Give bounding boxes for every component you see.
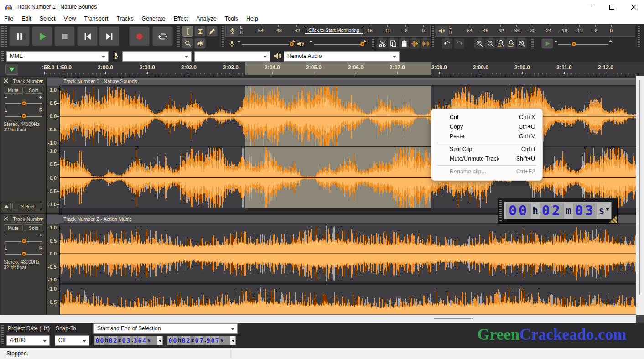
recording-meter-button[interactable] <box>227 26 239 36</box>
clip-title-bar[interactable]: Track Number 1 - Nature Sounds <box>60 78 636 86</box>
time-digit-group[interactable]: 03 <box>573 203 597 219</box>
solo-button[interactable]: Solo <box>24 224 43 231</box>
playback-volume-slider[interactable] <box>314 44 362 45</box>
redo-button[interactable] <box>454 38 464 49</box>
play-at-speed-button[interactable] <box>541 38 553 49</box>
pan-slider-knob[interactable] <box>21 251 26 256</box>
paste-button[interactable] <box>399 38 409 49</box>
menu-view[interactable]: View <box>59 14 80 24</box>
horizontal-scrollbar-thumb[interactable] <box>434 318 473 319</box>
trim-audio-button[interactable] <box>410 38 420 49</box>
horizontal-scrollbar[interactable] <box>0 315 636 323</box>
undo-button[interactable] <box>442 38 452 49</box>
gain-slider-knob[interactable] <box>21 239 26 244</box>
floating-time-value[interactable]: 00h02m03s <box>504 202 612 219</box>
menu-select[interactable]: Select <box>36 14 60 24</box>
menu-analyze[interactable]: Analyze <box>192 14 220 24</box>
track-close-button[interactable] <box>4 216 10 222</box>
selection-toolbar-grip[interactable] <box>1 325 4 345</box>
mute-button[interactable]: Mute <box>4 224 23 231</box>
maximize-button[interactable] <box>601 0 622 14</box>
pan-slider-knob[interactable] <box>21 114 26 119</box>
menu-file[interactable]: File <box>0 14 17 24</box>
audio-host-select[interactable]: MME <box>6 51 109 62</box>
track-select-button[interactable]: Select <box>12 203 43 210</box>
gain-slider-knob[interactable] <box>21 101 26 106</box>
track-name-button[interactable]: Track Numb <box>11 78 44 85</box>
timeline-pin-button[interactable] <box>5 64 18 75</box>
play-button[interactable] <box>32 26 52 46</box>
copy-button[interactable] <box>388 38 398 49</box>
play-speed-slider[interactable] <box>558 44 608 45</box>
draw-tool-button[interactable] <box>206 26 218 37</box>
vertical-scrollbar-thumb[interactable] <box>639 80 640 295</box>
minimize-button[interactable] <box>579 0 600 14</box>
menu-help[interactable]: Help <box>242 14 262 24</box>
playback-device-select[interactable]: Remote Audio <box>284 51 400 62</box>
context-menu-item-split-clip[interactable]: Split ClipCtrl+I <box>431 145 542 154</box>
menu-transport[interactable]: Transport <box>80 14 112 24</box>
menu-edit[interactable]: Edit <box>17 14 36 24</box>
skip-to-start-button[interactable] <box>77 26 98 46</box>
waveform-channel[interactable] <box>60 224 636 284</box>
waveform-channel[interactable] <box>60 86 636 147</box>
selection-mode-select[interactable]: Start and End of Selection <box>93 323 238 334</box>
playback-meter-button[interactable] <box>436 26 448 36</box>
recording-volume-slider[interactable] <box>242 44 291 45</box>
toolbar-grip[interactable] <box>531 39 534 48</box>
zoom-out-button[interactable] <box>485 38 495 49</box>
chevron-down-icon[interactable] <box>605 208 610 213</box>
zoom-tool-button[interactable] <box>182 38 193 49</box>
toolbar-grip[interactable] <box>222 26 224 47</box>
menu-tracks[interactable]: Tracks <box>112 14 137 24</box>
context-menu-item-copy[interactable]: CopyCtrl+C <box>431 122 542 132</box>
chevron-down-icon[interactable] <box>230 336 235 345</box>
toolbar-grip[interactable] <box>1 51 4 61</box>
menu-generate[interactable]: Generate <box>137 14 169 24</box>
menu-effect[interactable]: Effect <box>170 14 192 24</box>
record-button[interactable] <box>129 26 150 46</box>
mute-button[interactable]: Mute <box>4 87 23 94</box>
time-digit-group[interactable]: 00 <box>506 203 531 219</box>
selection-tool-button[interactable] <box>182 26 193 37</box>
zoom-selection-button[interactable] <box>496 38 506 49</box>
loop-button[interactable] <box>152 26 173 46</box>
close-button[interactable] <box>623 0 644 14</box>
toolbar-grip[interactable] <box>638 26 640 47</box>
context-menu-item-cut[interactable]: CutCtrl+X <box>431 113 542 122</box>
track-close-button[interactable] <box>4 78 10 84</box>
menu-tools[interactable]: Tools <box>221 14 242 24</box>
toolbar-grip[interactable] <box>432 26 434 47</box>
track-collapse-button[interactable] <box>2 203 11 210</box>
time-digit-group[interactable]: 02 <box>540 203 564 219</box>
multi-tool-button[interactable] <box>194 38 206 49</box>
cut-button[interactable] <box>377 38 387 49</box>
play-speed-slider-knob[interactable] <box>571 42 576 47</box>
context-menu-item-mute-unmute-track[interactable]: Mute/Unmute TrackShift+U <box>431 154 542 164</box>
toolbar-grip[interactable] <box>372 39 374 48</box>
pause-button[interactable] <box>9 26 30 46</box>
stop-button[interactable] <box>54 26 75 46</box>
snap-to-select[interactable]: Off <box>55 335 89 346</box>
selection-end-field[interactable]: 00h02m07.907s <box>166 335 236 346</box>
zoom-fit-button[interactable] <box>506 38 516 49</box>
recording-device-select[interactable] <box>122 51 192 62</box>
toolbar-grip[interactable] <box>5 26 7 47</box>
envelope-tool-button[interactable] <box>194 26 206 37</box>
toolbar-grip[interactable] <box>177 26 180 47</box>
chevron-down-icon[interactable] <box>157 336 162 345</box>
monitor-prompt[interactable]: Click to Start Monitoring <box>305 26 363 34</box>
project-rate-select[interactable]: 44100 <box>6 335 50 346</box>
solo-button[interactable]: Solo <box>24 87 43 94</box>
silence-audio-button[interactable] <box>421 38 431 49</box>
skip-to-end-button[interactable] <box>99 26 119 46</box>
waveform-channel[interactable] <box>60 285 636 315</box>
context-menu-item-paste[interactable]: PasteCtrl+V <box>431 132 542 141</box>
track-name-button[interactable]: Track Numb <box>11 216 44 223</box>
floating-time-field[interactable]: 00h02m03s <box>498 198 618 224</box>
zoom-in-button[interactable] <box>474 38 484 49</box>
selection-start-field[interactable]: 00h02m03.364s <box>93 335 163 346</box>
toolbar-grip[interactable] <box>1 26 4 47</box>
zoom-toggle-button[interactable] <box>517 38 527 49</box>
floating-time-grip[interactable] <box>499 200 502 221</box>
